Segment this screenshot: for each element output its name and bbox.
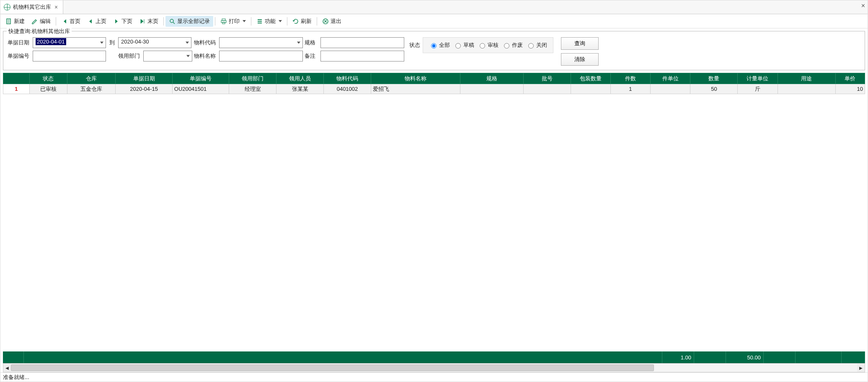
svg-point-1 bbox=[170, 19, 173, 23]
table-row[interactable]: 1 已审核 五金仓库 2020-04-15 OU20041501 经理室 张某某… bbox=[3, 84, 865, 94]
list-icon bbox=[256, 18, 263, 25]
col-pcs[interactable]: 件数 bbox=[610, 73, 650, 84]
cell-price: 10 bbox=[835, 84, 865, 94]
date-from-input[interactable]: 2020-04-01 bbox=[33, 37, 106, 48]
globe-icon bbox=[4, 4, 10, 10]
print-icon bbox=[220, 18, 227, 25]
docno-label: 单据编号 bbox=[8, 52, 31, 60]
date-to-input[interactable]: 2020-04-30 bbox=[118, 37, 191, 48]
date-label: 单据日期 bbox=[8, 39, 31, 46]
cell-matcode: 0401002 bbox=[324, 84, 371, 94]
status-all-radio[interactable]: 全部 bbox=[429, 41, 450, 49]
col-docno[interactable]: 单据编号 bbox=[172, 73, 229, 84]
show-all-label: 显示全部记录 bbox=[177, 18, 210, 25]
col-status[interactable]: 状态 bbox=[29, 73, 67, 84]
dept-input[interactable] bbox=[143, 51, 192, 62]
tab-close-icon[interactable]: × bbox=[54, 4, 59, 10]
separator bbox=[251, 17, 251, 26]
matname-input[interactable] bbox=[219, 51, 303, 62]
cell-unit: 斤 bbox=[738, 84, 778, 94]
cell-person: 张某某 bbox=[276, 84, 324, 94]
separator bbox=[163, 17, 164, 26]
col-pcsu[interactable]: 件单位 bbox=[651, 73, 690, 84]
matname-label: 物料名称 bbox=[194, 52, 217, 60]
col-dept[interactable]: 领用部门 bbox=[229, 73, 276, 84]
print-button[interactable]: 打印 bbox=[217, 16, 249, 27]
function-label: 功能 bbox=[265, 18, 276, 25]
col-batch[interactable]: 批号 bbox=[523, 73, 571, 84]
tab-active[interactable]: 机物料其它出库 × bbox=[0, 0, 63, 14]
edit-label: 编辑 bbox=[40, 18, 51, 25]
docno-input[interactable] bbox=[33, 51, 106, 62]
summary-qty: 50.00 bbox=[726, 351, 764, 363]
exit-label: 退出 bbox=[331, 18, 341, 25]
remark-input[interactable] bbox=[320, 51, 404, 62]
col-qty[interactable]: 数量 bbox=[690, 73, 738, 84]
spec-input[interactable] bbox=[320, 37, 404, 48]
horizontal-scrollbar[interactable]: ◄ ► bbox=[3, 363, 865, 372]
cell-qty: 50 bbox=[690, 84, 738, 94]
col-person[interactable]: 领用人员 bbox=[276, 73, 324, 84]
chevron-down-icon bbox=[100, 42, 103, 44]
cell-pcsunit bbox=[651, 84, 690, 94]
print-label: 打印 bbox=[229, 18, 240, 25]
exit-button[interactable]: 退出 bbox=[319, 16, 345, 27]
grid-empty-area bbox=[3, 94, 865, 351]
query-button[interactable]: 查询 bbox=[561, 37, 599, 50]
col-use[interactable]: 用途 bbox=[778, 73, 835, 84]
search-legend: 快捷查询:机物料其他出库 bbox=[7, 28, 72, 35]
cell-dept: 经理室 bbox=[229, 84, 276, 94]
status-close-radio[interactable]: 关闭 bbox=[526, 41, 547, 49]
last-icon bbox=[139, 18, 146, 25]
chevron-down-icon bbox=[186, 42, 189, 44]
last-page-button[interactable]: 末页 bbox=[136, 16, 162, 27]
cell-rownum: 1 bbox=[3, 84, 30, 94]
col-price[interactable]: 单价 bbox=[835, 73, 865, 84]
col-unit[interactable]: 计量单位 bbox=[738, 73, 778, 84]
first-label: 首页 bbox=[70, 18, 80, 25]
status-label: 状态 bbox=[409, 41, 420, 49]
cell-spec bbox=[460, 84, 524, 94]
status-draft-radio[interactable]: 草稿 bbox=[453, 41, 474, 49]
show-all-button[interactable]: 显示全部记录 bbox=[165, 16, 213, 27]
edit-button[interactable]: 编辑 bbox=[28, 16, 54, 27]
edit-icon bbox=[31, 18, 38, 25]
prev-page-button[interactable]: 上页 bbox=[84, 16, 110, 27]
col-pack[interactable]: 包装数量 bbox=[571, 73, 610, 84]
first-icon bbox=[61, 18, 68, 25]
refresh-button[interactable]: 刷新 bbox=[289, 16, 315, 27]
new-button[interactable]: 新建 bbox=[2, 16, 28, 27]
last-label: 末页 bbox=[147, 18, 158, 25]
remark-label: 备注 bbox=[305, 52, 319, 60]
search-panel: 快捷查询:机物料其他出库 单据日期 2020-04-01 到 单据编号 到 bbox=[3, 31, 865, 70]
col-matname[interactable]: 物料名称 bbox=[371, 73, 460, 84]
col-matcode[interactable]: 物料代码 bbox=[324, 73, 371, 84]
cell-packqty bbox=[571, 84, 610, 94]
col-rownum[interactable] bbox=[3, 73, 30, 84]
separator bbox=[56, 17, 56, 26]
function-button[interactable]: 功能 bbox=[253, 16, 285, 27]
summary-row: 1.00 50.00 bbox=[3, 351, 865, 363]
next-page-button[interactable]: 下页 bbox=[110, 16, 136, 27]
col-wh[interactable]: 仓库 bbox=[67, 73, 116, 84]
scroll-thumb[interactable] bbox=[11, 364, 654, 371]
status-void-radio[interactable]: 作废 bbox=[502, 41, 523, 49]
table-header-row: 状态 仓库 单据日期 单据编号 领用部门 领用人员 物料代码 物料名称 规格 批… bbox=[3, 73, 865, 84]
status-audit-radio[interactable]: 审核 bbox=[478, 41, 499, 49]
scroll-track[interactable] bbox=[11, 364, 857, 372]
clear-button[interactable]: 清除 bbox=[561, 53, 599, 66]
col-date[interactable]: 单据日期 bbox=[116, 73, 172, 84]
to-label: 到 bbox=[109, 39, 115, 46]
chevron-down-icon bbox=[186, 55, 190, 57]
col-spec[interactable]: 规格 bbox=[460, 73, 524, 84]
cell-docno: OU20041501 bbox=[172, 84, 229, 94]
cell-pcs: 1 bbox=[610, 84, 650, 94]
cell-date: 2020-04-15 bbox=[116, 84, 172, 94]
scroll-right-icon[interactable]: ► bbox=[857, 364, 865, 372]
chevron-down-icon bbox=[279, 20, 282, 22]
next-icon bbox=[113, 18, 120, 25]
window-close-icon[interactable]: × bbox=[861, 2, 865, 10]
scroll-left-icon[interactable]: ◄ bbox=[3, 364, 11, 372]
matcode-input[interactable] bbox=[219, 37, 303, 48]
first-page-button[interactable]: 首页 bbox=[58, 16, 84, 27]
